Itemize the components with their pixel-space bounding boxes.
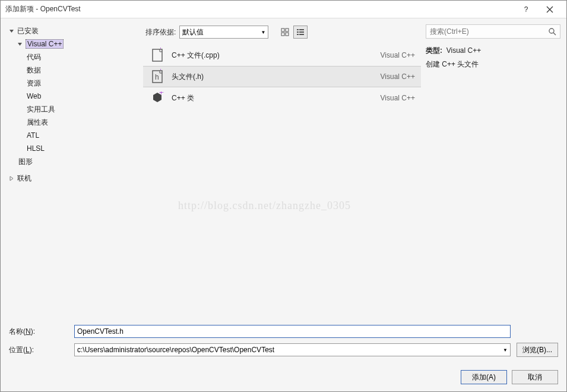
location-value: c:\Users\administrator\source\repos\Open… (77, 346, 503, 354)
svg-text:h: h (155, 73, 159, 81)
tree-label: 联机 (17, 173, 31, 184)
header-file-icon: h++ (149, 68, 166, 85)
tree-item-web[interactable]: Web (5, 90, 143, 103)
search-icon (548, 27, 556, 36)
bottom-form: 名称(N): 位置(L): c:\Users\administrator\sou… (1, 320, 566, 366)
template-panel: 排序依据: 默认值 ▼ (143, 18, 421, 320)
svg-rect-0 (281, 29, 284, 31)
details-panel: 类型: Visual C++ 创建 C++ 头文件 (421, 18, 566, 320)
svg-text:++: ++ (159, 48, 164, 51)
template-name: C++ 类 (172, 93, 381, 103)
svg-rect-9 (299, 34, 304, 35)
cancel-button[interactable]: 取消 (512, 370, 558, 384)
cpp-file-icon: ++ (149, 47, 166, 64)
category-tree: 已安装 Visual C++ 代码 数据 资源 Web 实用工具 属性表 ATL… (1, 18, 143, 320)
template-lang: Visual C++ (381, 94, 415, 102)
chevron-right-icon (8, 175, 15, 182)
tree-item-propsheet[interactable]: 属性表 (5, 116, 143, 129)
close-icon (546, 6, 553, 13)
tree-item-hlsl[interactable]: HLSL (5, 142, 143, 155)
svg-rect-10 (153, 49, 162, 61)
tree-item-resource[interactable]: 资源 (5, 77, 143, 90)
view-small-icons[interactable] (293, 26, 308, 39)
help-button[interactable]: ? (514, 1, 538, 18)
watermark: http://blog.csdn.net/zhangzhe_0305 (178, 200, 351, 212)
svg-rect-5 (299, 29, 304, 30)
template-name: 头文件(.h) (172, 72, 381, 82)
tree-label: 已安装 (17, 26, 39, 36)
chevron-down-icon (8, 27, 15, 34)
type-label: 类型: (426, 46, 442, 55)
action-bar: 添加(A) 取消 (1, 366, 566, 391)
template-lang: Visual C++ (381, 51, 415, 59)
template-cpp-class[interactable]: ++ C++ 类 Visual C++ (143, 87, 421, 109)
template-lang: Visual C++ (381, 72, 415, 81)
sort-label: 排序依据: (145, 27, 176, 37)
svg-rect-7 (299, 31, 304, 33)
add-button[interactable]: 添加(A) (461, 370, 507, 384)
svg-rect-2 (281, 33, 284, 36)
svg-text:++: ++ (159, 69, 164, 72)
template-name: C++ 文件(.cpp) (172, 50, 381, 61)
svg-rect-1 (286, 29, 289, 31)
tree-item-code[interactable]: 代码 (5, 50, 143, 64)
sort-combo[interactable]: 默认值 ▼ (179, 26, 268, 39)
tree-label: Visual C++ (26, 39, 64, 49)
tree-online[interactable]: 联机 (5, 172, 143, 185)
search-input[interactable] (430, 27, 548, 36)
template-header-file[interactable]: h++ 头文件(.h) Visual C++ (143, 66, 421, 87)
tree-item-utility[interactable]: 实用工具 (5, 103, 143, 116)
tree-installed[interactable]: 已安装 (5, 24, 143, 37)
location-combo[interactable]: c:\Users\administrator\source\repos\Open… (74, 343, 511, 356)
svg-text:++: ++ (159, 91, 164, 97)
description: 创建 C++ 头文件 (426, 59, 560, 69)
svg-point-16 (549, 29, 554, 33)
svg-rect-3 (286, 33, 289, 36)
template-cpp-file[interactable]: ++ C++ 文件(.cpp) Visual C++ (143, 45, 421, 66)
close-button[interactable] (538, 1, 562, 18)
svg-rect-8 (297, 34, 299, 35)
window-title: 添加新项 - OpenCVTest (5, 4, 514, 14)
tree-item-data[interactable]: 数据 (5, 64, 143, 77)
tree-visual-cpp[interactable]: Visual C++ (5, 37, 143, 50)
tree-item-atl[interactable]: ATL (5, 129, 143, 142)
type-value: Visual C++ (446, 46, 481, 55)
cpp-class-icon: ++ (149, 90, 166, 106)
svg-rect-4 (297, 29, 299, 30)
view-medium-icons[interactable] (278, 26, 292, 39)
tree-item-graphics[interactable]: 图形 (5, 155, 143, 168)
type-line: 类型: Visual C++ (426, 46, 560, 56)
search-box[interactable] (426, 24, 560, 39)
list-icon (296, 28, 305, 36)
svg-rect-6 (297, 31, 299, 33)
chevron-down-icon: ▼ (503, 347, 508, 353)
location-label: 位置(L): (9, 345, 74, 355)
chevron-down-icon: ▼ (261, 30, 265, 35)
grid-icon (281, 28, 289, 36)
sort-value: 默认值 (182, 27, 204, 37)
browse-button[interactable]: 浏览(B)... (517, 343, 558, 357)
titlebar: 添加新项 - OpenCVTest ? (1, 1, 566, 18)
chevron-down-icon (16, 40, 23, 48)
name-input[interactable] (74, 325, 511, 338)
name-label: 名称(N): (9, 327, 74, 337)
